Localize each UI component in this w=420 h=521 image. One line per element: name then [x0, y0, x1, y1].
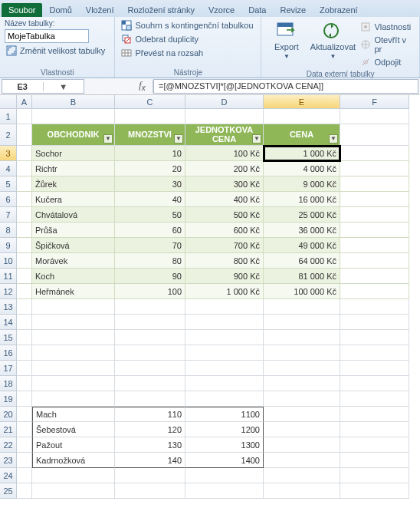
cell-F2[interactable]	[340, 124, 409, 146]
cell-C4[interactable]: 20	[115, 161, 185, 176]
cell-F11[interactable]	[340, 269, 409, 284]
row-header-22[interactable]: 22	[0, 437, 17, 453]
row-header-21[interactable]: 21	[0, 422, 17, 437]
row-header-3[interactable]: 3	[0, 146, 17, 161]
cell-B15[interactable]	[32, 330, 115, 345]
cell-F20[interactable]	[340, 407, 409, 422]
cell-D17[interactable]	[185, 361, 264, 376]
cell-F10[interactable]	[340, 253, 409, 269]
cell-C19[interactable]	[115, 391, 185, 407]
cell-F15[interactable]	[340, 330, 409, 345]
cell-E7[interactable]: 25 000 Kč	[264, 207, 340, 223]
filter-icon[interactable]: ▼	[329, 134, 338, 143]
filter-icon[interactable]: ▼	[174, 134, 183, 143]
cell-B24[interactable]	[32, 468, 115, 483]
cell-E17[interactable]	[264, 361, 340, 376]
cell-C16[interactable]	[115, 345, 185, 361]
col-header-F[interactable]: F	[340, 95, 409, 109]
cell-A11[interactable]	[17, 269, 32, 284]
cell-B20[interactable]: Mach	[32, 407, 115, 422]
cell-F17[interactable]	[340, 361, 409, 376]
grid-cells[interactable]: OBCHODNIK▼MNOZSTVI▼JEDNOTKOVACENA▼CENA▼S…	[17, 109, 409, 499]
cell-D25[interactable]	[185, 483, 264, 499]
cell-B23[interactable]: Kadrnožková	[32, 453, 115, 468]
cell-F22[interactable]	[340, 437, 409, 453]
cell-E16[interactable]	[264, 345, 340, 361]
name-box[interactable]: E3 ▼	[2, 79, 84, 94]
export-button[interactable]: Export ▼	[266, 19, 307, 60]
cell-C1[interactable]	[115, 109, 185, 124]
row-header-4[interactable]: 4	[0, 161, 17, 176]
cell-E12[interactable]: 100 000 Kč	[264, 284, 340, 299]
cell-C14[interactable]	[115, 315, 185, 330]
cell-F3[interactable]	[340, 146, 409, 161]
row-header-15[interactable]: 15	[0, 330, 17, 345]
cell-F8[interactable]	[340, 223, 409, 238]
cell-D15[interactable]	[185, 330, 264, 345]
cell-C10[interactable]: 80	[115, 253, 185, 269]
cell-B21[interactable]: Šebestová	[32, 422, 115, 437]
row-header-18[interactable]: 18	[0, 376, 17, 391]
cell-D6[interactable]: 400 Kč	[185, 192, 264, 207]
tab-zobrazení[interactable]: Zobrazení	[313, 3, 365, 17]
select-all-corner[interactable]	[0, 95, 17, 109]
cell-E20[interactable]	[264, 407, 340, 422]
cell-D16[interactable]	[185, 345, 264, 361]
col-header-D[interactable]: D	[185, 95, 264, 109]
cell-C7[interactable]: 50	[115, 207, 185, 223]
row-header-24[interactable]: 24	[0, 468, 17, 483]
row-header-9[interactable]: 9	[0, 238, 17, 253]
cell-B3[interactable]: Sochor	[32, 146, 115, 161]
cell-B18[interactable]	[32, 376, 115, 391]
row-header-20[interactable]: 20	[0, 407, 17, 422]
cell-F6[interactable]	[340, 192, 409, 207]
cell-B13[interactable]	[32, 299, 115, 315]
cell-E15[interactable]	[264, 330, 340, 345]
cell-E9[interactable]: 49 000 Kč	[264, 238, 340, 253]
cell-D9[interactable]: 700 Kč	[185, 238, 264, 253]
cell-A7[interactable]	[17, 207, 32, 223]
cell-B16[interactable]	[32, 345, 115, 361]
cell-D19[interactable]	[185, 391, 264, 407]
cell-F5[interactable]	[340, 176, 409, 192]
cell-A5[interactable]	[17, 176, 32, 192]
filter-icon[interactable]: ▼	[252, 134, 261, 143]
cell-A2[interactable]	[17, 124, 32, 146]
cell-C24[interactable]	[115, 468, 185, 483]
cell-E21[interactable]	[264, 422, 340, 437]
cell-D4[interactable]: 200 Kč	[185, 161, 264, 176]
cell-D1[interactable]	[185, 109, 264, 124]
cell-D2[interactable]: JEDNOTKOVACENA▼	[185, 124, 264, 146]
cell-B17[interactable]	[32, 361, 115, 376]
cell-D21[interactable]: 1200	[185, 422, 264, 437]
row-header-10[interactable]: 10	[0, 253, 17, 269]
cell-F9[interactable]	[340, 238, 409, 253]
cell-F13[interactable]	[340, 299, 409, 315]
col-header-A[interactable]: A	[17, 95, 32, 109]
tab-soubor[interactable]: Soubor	[2, 3, 42, 17]
cell-A12[interactable]	[17, 284, 32, 299]
refresh-button[interactable]: Aktualizovat ▼	[311, 19, 354, 60]
row-header-6[interactable]: 6	[0, 192, 17, 207]
cell-E8[interactable]: 36 000 Kč	[264, 223, 340, 238]
cell-E3[interactable]: 1 000 Kč	[264, 146, 340, 161]
filter-icon[interactable]: ▼	[103, 134, 113, 143]
resize-table-button[interactable]: Změnit velikost tabulky	[5, 45, 110, 57]
cell-F19[interactable]	[340, 391, 409, 407]
cell-A16[interactable]	[17, 345, 32, 361]
cell-B11[interactable]: Koch	[32, 269, 115, 284]
cell-D11[interactable]: 900 Kč	[185, 269, 264, 284]
cell-E6[interactable]: 16 000 Kč	[264, 192, 340, 207]
row-header-23[interactable]: 23	[0, 453, 17, 468]
cell-D18[interactable]	[185, 376, 264, 391]
cell-B19[interactable]	[32, 391, 115, 407]
cell-F16[interactable]	[340, 345, 409, 361]
cell-F24[interactable]	[340, 468, 409, 483]
cell-E11[interactable]: 81 000 Kč	[264, 269, 340, 284]
cell-A25[interactable]	[17, 483, 32, 499]
cell-A21[interactable]	[17, 422, 32, 437]
cell-C13[interactable]	[115, 299, 185, 315]
dropdown-icon[interactable]: ▼	[43, 82, 84, 91]
cell-F4[interactable]	[340, 161, 409, 176]
formula-input[interactable]: =[@MNOZSTVI]*[@[JEDNOTKOVA CENA]]	[153, 79, 418, 94]
